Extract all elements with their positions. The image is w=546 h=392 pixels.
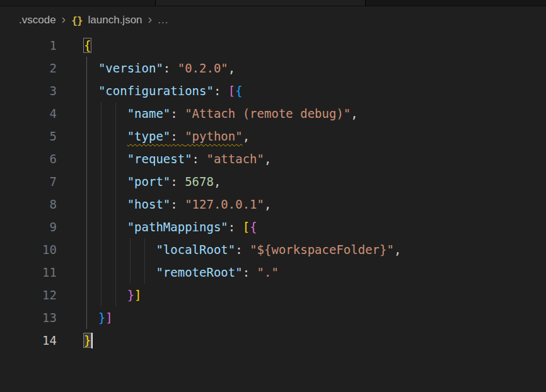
- json-string: "${workspaceFolder}": [250, 243, 394, 257]
- code-line[interactable]: "configurations": [{: [84, 79, 546, 102]
- code-token: [84, 84, 98, 98]
- json-key: "version": [98, 61, 163, 75]
- tab-fragment[interactable]: [0, 0, 156, 6]
- line-number[interactable]: 11: [0, 261, 57, 284]
- editor: 1234567891011121314 { "version": "0.2.0"…: [0, 34, 546, 352]
- line-number[interactable]: 10: [0, 238, 57, 261]
- breadcrumb-file[interactable]: launch.json: [88, 14, 142, 26]
- json-number: 5678: [185, 175, 214, 188]
- code-token: [84, 61, 98, 75]
- code-token: :: [170, 107, 185, 120]
- json-key: "host": [127, 197, 171, 211]
- code-line[interactable]: "name": "Attach (remote debug)",: [84, 102, 546, 125]
- code-line[interactable]: }]: [84, 284, 546, 306]
- editor-tabs-strip: [0, 0, 546, 6]
- code-token: [84, 197, 127, 211]
- code-token: [84, 129, 127, 143]
- code-token: :: [214, 84, 228, 98]
- chevron-right-icon: ›: [148, 13, 153, 25]
- code-line[interactable]: }: [84, 329, 546, 352]
- line-number[interactable]: 14: [0, 329, 57, 352]
- code-token: :: [228, 220, 243, 234]
- breadcrumb: .vscode › {} launch.json › ...: [0, 6, 546, 34]
- code-line[interactable]: "version": "0.2.0",: [84, 57, 546, 79]
- code-lines: { "version": "0.2.0", "configurations": …: [84, 34, 546, 352]
- line-number[interactable]: 2: [0, 57, 57, 79]
- code-line[interactable]: }]: [84, 306, 546, 329]
- json-key: "request": [127, 152, 192, 166]
- code-token: [84, 152, 127, 166]
- breadcrumb-symbol-ellipsis[interactable]: ...: [158, 14, 168, 26]
- code-line[interactable]: "localRoot": "${workspaceFolder}",: [84, 238, 546, 261]
- json-string: ".": [257, 265, 279, 279]
- text-cursor: [91, 333, 93, 349]
- json-key: "remoteRoot": [156, 265, 242, 279]
- code-token: [: [228, 84, 235, 98]
- json-string: "0.2.0": [178, 61, 228, 75]
- code-token: :: [192, 152, 207, 166]
- json-string: "Attach (remote debug)": [185, 107, 351, 120]
- tab-fragment[interactable]: [366, 0, 546, 6]
- code-token: :: [170, 197, 185, 211]
- code-token: :: [170, 129, 185, 143]
- code-token: [: [243, 220, 250, 234]
- code-token: ,: [394, 243, 401, 257]
- code-token: }: [84, 333, 91, 347]
- code-token: [84, 243, 156, 257]
- line-number[interactable]: 5: [0, 125, 57, 147]
- code-token: ,: [264, 152, 271, 166]
- code-token: [84, 311, 98, 325]
- code-token: [84, 265, 156, 279]
- code-token: }: [98, 311, 105, 325]
- code-token: [84, 220, 127, 234]
- code-token: ,: [228, 61, 235, 75]
- json-string: "python": [185, 129, 243, 143]
- gutter: 1234567891011121314: [0, 34, 57, 352]
- code-line[interactable]: "host": "127.0.0.1",: [84, 193, 546, 216]
- line-number[interactable]: 4: [0, 102, 57, 125]
- code-token: ]: [134, 288, 141, 302]
- line-number[interactable]: 13: [0, 306, 57, 329]
- line-number[interactable]: 12: [0, 284, 57, 306]
- code-token: {: [235, 84, 242, 98]
- code-token: :: [243, 265, 257, 279]
- code-token: ,: [243, 129, 250, 143]
- json-file-icon: {}: [71, 14, 82, 26]
- code-token: ,: [214, 175, 221, 188]
- code-token: ,: [351, 107, 357, 120]
- chevron-right-icon: ›: [62, 13, 66, 25]
- json-key: "type": [127, 129, 171, 143]
- code-token: :: [235, 243, 250, 257]
- code-token: [84, 288, 127, 302]
- code-line[interactable]: "pathMappings": [{: [84, 216, 546, 238]
- json-key: "configurations": [98, 84, 214, 98]
- code-line[interactable]: "port": 5678,: [84, 170, 546, 193]
- code-token: :: [170, 175, 185, 188]
- tab-fragment[interactable]: [156, 0, 366, 6]
- line-number[interactable]: 7: [0, 170, 57, 193]
- breadcrumb-folder[interactable]: .vscode: [19, 14, 56, 26]
- code-token: {: [84, 38, 91, 52]
- code-token: :: [163, 61, 178, 75]
- json-key: "port": [127, 175, 171, 188]
- line-number[interactable]: 9: [0, 216, 57, 238]
- json-string: "127.0.0.1": [185, 197, 264, 211]
- code-token: }: [127, 288, 134, 302]
- code-token: [84, 107, 127, 120]
- code-token: {: [250, 220, 257, 234]
- line-number[interactable]: 1: [0, 34, 57, 57]
- code-line[interactable]: {: [84, 34, 546, 57]
- code-line[interactable]: "type": "python",: [84, 125, 546, 147]
- json-key: "pathMappings": [127, 220, 228, 234]
- json-key: "localRoot": [156, 243, 235, 257]
- code-token: ,: [264, 197, 271, 211]
- code-token: [84, 175, 127, 188]
- line-number[interactable]: 8: [0, 193, 57, 216]
- line-number[interactable]: 3: [0, 79, 57, 102]
- line-number[interactable]: 6: [0, 147, 57, 170]
- code-token: ]: [105, 311, 112, 325]
- code-line[interactable]: "remoteRoot": ".": [84, 261, 546, 284]
- code-line[interactable]: "request": "attach",: [84, 147, 546, 170]
- json-string: "attach": [206, 152, 264, 166]
- json-key: "name": [127, 107, 171, 120]
